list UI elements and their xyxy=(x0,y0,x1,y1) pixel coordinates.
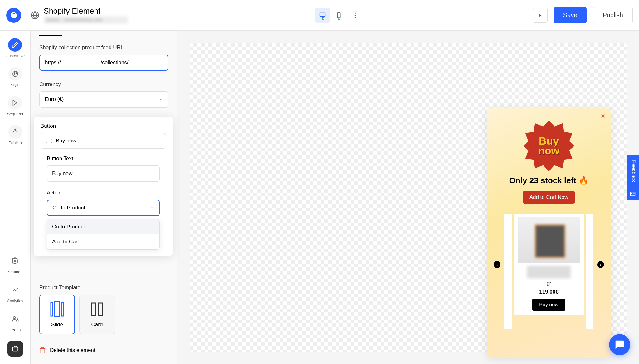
feed-url-input[interactable] xyxy=(39,55,168,71)
svg-point-8 xyxy=(14,73,15,74)
product-image xyxy=(518,217,580,263)
publish-button[interactable]: Publish xyxy=(593,7,633,23)
toolbox-button[interactable] xyxy=(7,341,23,357)
nav-rail: Customize Style Segment Publish Settings… xyxy=(0,31,31,364)
svg-point-3 xyxy=(339,17,339,17)
template-card[interactable]: Card xyxy=(79,295,115,334)
product-card[interactable]: gr 119.00€ Buy now xyxy=(514,214,584,315)
carousel-prev-button[interactable]: ‹ xyxy=(494,261,500,268)
svg-point-9 xyxy=(16,73,17,74)
feedback-icon xyxy=(627,188,639,200)
product-name xyxy=(527,266,571,278)
carousel-side-right xyxy=(586,214,593,329)
svg-point-5 xyxy=(354,15,356,16)
nav-style[interactable]: Style xyxy=(8,67,22,87)
nav-segment[interactable]: Segment xyxy=(7,96,23,116)
canvas-area: ✕ Buy now Only 23 stock left 🔥 Add to Ca… xyxy=(177,31,639,364)
popup-headline: Only 23 stock left 🔥 xyxy=(492,176,605,185)
device-mobile-button[interactable] xyxy=(331,8,346,23)
svg-rect-13 xyxy=(12,347,18,351)
svg-rect-16 xyxy=(61,302,63,316)
trash-icon xyxy=(39,347,46,354)
buy-now-badge: Buy now xyxy=(523,120,574,171)
svg-rect-14 xyxy=(51,302,53,316)
product-carousel: ‹ gr 119.00€ Buy now › xyxy=(492,214,605,315)
chevron-down-icon xyxy=(159,97,163,102)
device-desktop-button[interactable] xyxy=(315,8,330,23)
add-to-cart-button[interactable]: Add to Cart Now xyxy=(523,191,575,204)
feedback-tab[interactable]: Feedback xyxy=(627,155,639,200)
action-option[interactable]: Go to Product xyxy=(47,219,159,234)
template-slide[interactable]: Slide xyxy=(39,295,75,334)
currency-select[interactable]: Euro (€) xyxy=(39,91,168,108)
svg-point-11 xyxy=(14,260,16,262)
action-options: Go to Product Add to Cart xyxy=(47,219,160,250)
preview-button[interactable] xyxy=(533,8,548,23)
feed-url-label: Shopify collection product feed URL xyxy=(39,45,168,51)
svg-rect-18 xyxy=(98,303,103,315)
currency-label: Currency xyxy=(39,81,168,88)
delete-element-button[interactable]: Delete this element xyxy=(39,347,168,354)
svg-rect-17 xyxy=(91,303,96,315)
nav-settings[interactable]: Settings xyxy=(8,254,22,274)
action-select[interactable]: Go to Product xyxy=(47,200,160,216)
nav-customize[interactable]: Customize xyxy=(6,38,25,58)
product-price: 119.00€ xyxy=(539,289,558,295)
button-config-popover: Button Buy now Button Text Action Go to … xyxy=(34,117,173,256)
button-row[interactable]: Buy now xyxy=(41,133,166,149)
page-title: Shopify Element xyxy=(44,7,128,16)
svg-rect-15 xyxy=(55,302,60,317)
svg-point-12 xyxy=(13,317,15,319)
product-buy-button[interactable]: Buy now xyxy=(532,299,565,311)
button-icon xyxy=(46,139,52,143)
svg-point-7 xyxy=(12,71,18,77)
globe-icon xyxy=(31,11,39,20)
nav-leads[interactable]: Leads xyxy=(8,312,22,332)
svg-rect-1 xyxy=(320,13,325,16)
canvas-frame[interactable]: ✕ Buy now Only 23 stock left 🔥 Add to Ca… xyxy=(190,43,627,352)
save-button[interactable]: Save xyxy=(554,7,587,23)
page-subtitle: xxxxx : xxxxxxxxxxx.xxx xyxy=(44,16,128,24)
chat-button[interactable] xyxy=(609,334,630,355)
close-icon[interactable]: ✕ xyxy=(601,113,605,120)
more-options-button[interactable] xyxy=(350,8,360,23)
nav-analytics[interactable]: Analytics xyxy=(7,283,23,303)
svg-point-4 xyxy=(354,12,356,14)
chevron-up-icon xyxy=(150,206,154,210)
nav-publish[interactable]: Publish xyxy=(8,125,22,145)
svg-point-6 xyxy=(354,17,356,18)
action-label: Action xyxy=(47,190,160,196)
button-text-label: Button Text xyxy=(47,156,160,162)
app-logo[interactable] xyxy=(6,8,21,23)
product-sub: gr xyxy=(547,281,551,286)
popup-preview: ✕ Buy now Only 23 stock left 🔥 Add to Ca… xyxy=(487,108,611,358)
carousel-next-button[interactable]: › xyxy=(597,261,604,268)
svg-point-10 xyxy=(14,74,15,75)
popover-title: Button xyxy=(41,123,166,129)
action-option[interactable]: Add to Cart xyxy=(47,234,159,249)
button-text-input[interactable] xyxy=(47,165,160,182)
carousel-side-left xyxy=(504,214,512,329)
template-label: Product Template xyxy=(39,285,168,291)
